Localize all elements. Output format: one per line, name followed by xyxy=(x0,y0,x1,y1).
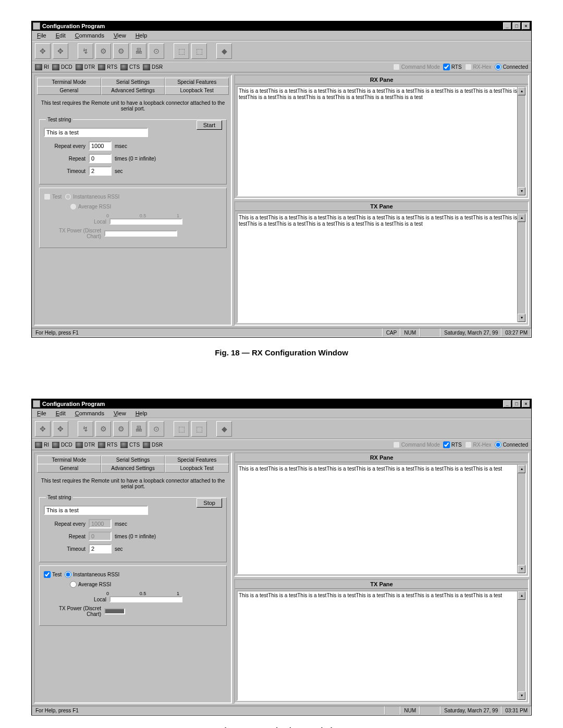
start-button[interactable]: Start xyxy=(197,120,222,130)
toolbar-btn-8[interactable]: ⬚ xyxy=(174,421,189,437)
label-repeat-every: Repeat every xyxy=(44,143,85,149)
menu-commands[interactable]: Commands xyxy=(72,32,107,39)
tab-advanced-settings[interactable]: Advanced Settings xyxy=(101,86,165,95)
minimize-button[interactable]: _ xyxy=(503,22,511,30)
rssi-scale-1: 1 xyxy=(177,213,179,218)
scroll-down-icon[interactable]: ▾ xyxy=(518,565,525,573)
scroll-down-icon[interactable]: ▾ xyxy=(518,187,525,195)
tab-terminal-mode[interactable]: Terminal Mode xyxy=(37,455,101,464)
tab-terminal-mode[interactable]: Terminal Mode xyxy=(37,78,101,87)
input-timeout[interactable] xyxy=(89,166,112,176)
tab-advanced-settings[interactable]: Advanced Settings xyxy=(101,464,165,473)
tab-general[interactable]: General xyxy=(37,464,101,473)
input-repeat[interactable] xyxy=(89,154,112,163)
tab-serial-settings[interactable]: Serial Settings xyxy=(101,78,165,87)
toolbar-btn-7[interactable]: ⊙ xyxy=(149,43,164,59)
toolbar-btn-10[interactable]: ◆ xyxy=(216,421,232,437)
content-area: Terminal Mode Serial Settings Special Fe… xyxy=(32,72,531,328)
scroll-up-icon[interactable]: ▴ xyxy=(518,465,525,473)
label-txpower: TX Power (Discret Chart) xyxy=(44,228,101,239)
scroll-down-icon[interactable]: ▾ xyxy=(518,314,525,322)
checkbox-rts[interactable]: RTS xyxy=(443,441,462,448)
menu-view[interactable]: View xyxy=(111,410,129,417)
input-timeout[interactable] xyxy=(89,544,112,553)
toolbar-btn-1[interactable]: ✥ xyxy=(35,421,51,437)
figure-18-caption: Fig. 18 — RX Configuration Window xyxy=(31,348,532,357)
scroll-down-icon[interactable]: ▾ xyxy=(518,692,525,700)
toolbar-btn-5[interactable]: ⚙ xyxy=(113,421,129,437)
rx-pane-body: This is a testThis is a testThis is a te… xyxy=(237,86,527,196)
tx-scrollbar[interactable]: ▴ ▾ xyxy=(517,214,525,322)
rssi-scale-1: 1 xyxy=(177,591,179,596)
toolbar-btn-1[interactable]: ✥ xyxy=(35,43,51,59)
tab-loopback-test[interactable]: Loopback Test xyxy=(165,464,229,473)
input-repeat xyxy=(89,532,112,541)
checkbox-rxhex[interactable]: RX-Hex xyxy=(465,441,492,448)
tab-serial-settings[interactable]: Serial Settings xyxy=(101,455,165,464)
checkbox-command-mode[interactable]: Command Mode xyxy=(393,64,440,70)
toolbar-btn-3[interactable]: ↯ xyxy=(78,421,93,437)
input-repeat-every[interactable] xyxy=(89,141,112,151)
menu-file[interactable]: File xyxy=(34,410,50,417)
menu-edit[interactable]: Edit xyxy=(53,32,69,39)
menu-view[interactable]: View xyxy=(111,32,129,39)
input-test-string[interactable] xyxy=(44,128,148,137)
minimize-button[interactable]: _ xyxy=(503,400,511,408)
toolbar-btn-9[interactable]: ⬚ xyxy=(191,421,207,437)
toolbar-btn-4[interactable]: ⚙ xyxy=(95,43,111,59)
tx-text: This is a testThis is a testThis is a te… xyxy=(239,215,521,227)
maximize-button[interactable]: □ xyxy=(512,400,521,408)
menu-commands[interactable]: Commands xyxy=(72,410,107,417)
toolbar-btn-5[interactable]: ⚙ xyxy=(113,43,129,59)
tab-special-features[interactable]: Special Features xyxy=(165,455,229,464)
menu-help[interactable]: Help xyxy=(132,32,151,39)
radio-connected[interactable]: Connected xyxy=(495,64,528,70)
radio-connected[interactable]: Connected xyxy=(495,441,528,448)
rx-scrollbar[interactable]: ▴ ▾ xyxy=(517,465,525,573)
checkbox-rts[interactable]: RTS xyxy=(443,64,462,70)
toolbar-btn-2[interactable]: ✥ xyxy=(53,421,68,437)
toolbar-btn-4[interactable]: ⚙ xyxy=(95,421,111,437)
unit-msec: msec xyxy=(115,143,127,149)
status-time: 03:31 PM xyxy=(501,706,531,715)
radio-instantaneous-rssi[interactable]: Instantaneous RSSI xyxy=(65,571,119,578)
titlebar: Configuration Program _ □ × xyxy=(32,399,531,409)
scroll-up-icon[interactable]: ▴ xyxy=(518,591,525,600)
toolbar-btn-9[interactable]: ⬚ xyxy=(191,43,207,59)
menu-file[interactable]: File xyxy=(34,32,50,39)
menu-help[interactable]: Help xyxy=(132,410,151,417)
input-test-string[interactable] xyxy=(44,505,148,515)
status-num: NUM xyxy=(400,328,420,337)
app-icon xyxy=(33,400,40,408)
tab-special-features[interactable]: Special Features xyxy=(165,78,229,87)
close-button[interactable]: × xyxy=(522,400,530,408)
tab-general[interactable]: General xyxy=(37,86,101,95)
toolbar-btn-10[interactable]: ◆ xyxy=(216,43,232,59)
toolbar-btn-8[interactable]: ⬚ xyxy=(174,43,189,59)
rx-scrollbar[interactable]: ▴ ▾ xyxy=(517,87,525,195)
close-button[interactable]: × xyxy=(522,22,530,30)
toolbar-btn-7[interactable]: ⊙ xyxy=(149,421,164,437)
menu-edit[interactable]: Edit xyxy=(53,410,69,417)
stop-button[interactable]: Stop xyxy=(197,498,222,508)
radio-average-rssi[interactable]: Average RSSI xyxy=(70,581,111,588)
checkbox-command-mode[interactable]: Command Mode xyxy=(393,441,440,448)
checkbox-rxhex[interactable]: RX-Hex xyxy=(465,64,492,70)
toolbar-btn-3[interactable]: ↯ xyxy=(78,43,93,59)
toolbar-btn-6[interactable]: 🖶 xyxy=(131,421,146,437)
scroll-up-icon[interactable]: ▴ xyxy=(518,87,525,95)
indicator-row: RI DCD DTR RTS CTS DSR Command Mode RTS … xyxy=(32,439,531,450)
checkbox-test[interactable]: Test xyxy=(44,571,62,578)
toolbar-btn-2[interactable]: ✥ xyxy=(53,43,68,59)
toolbar: ✥ ✥ ↯ ⚙ ⚙ 🖶 ⊙ ⬚ ⬚ ◆ xyxy=(32,418,531,439)
maximize-button[interactable]: □ xyxy=(512,22,521,30)
menubar: File Edit Commands View Help xyxy=(32,31,531,41)
instruction-text: This test requires the Remote unit to ha… xyxy=(40,100,226,112)
label-cts: CTS xyxy=(129,442,140,448)
tx-scrollbar[interactable]: ▴ ▾ xyxy=(517,591,525,700)
statusbar: For Help, press F1 CAP NUM Saturday, Mar… xyxy=(32,328,531,337)
status-date: Saturday, March 27, 99 xyxy=(440,328,501,337)
tab-loopback-test[interactable]: Loopback Test xyxy=(165,86,229,95)
scroll-up-icon[interactable]: ▴ xyxy=(518,214,525,222)
toolbar-btn-6[interactable]: 🖶 xyxy=(131,43,146,59)
